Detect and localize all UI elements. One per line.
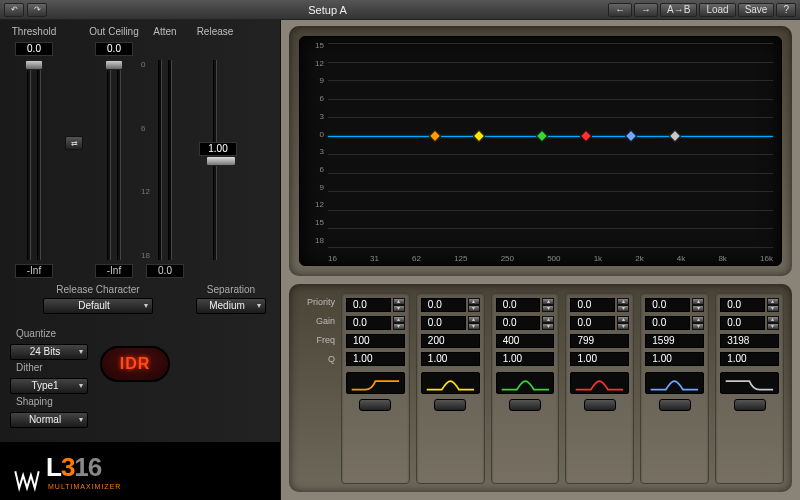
- band-6-freq[interactable]: 3198: [720, 334, 779, 348]
- band-6-q[interactable]: 1.00: [720, 352, 779, 366]
- band-1-priority-down[interactable]: ▾: [393, 305, 405, 312]
- band-2-priority-down[interactable]: ▾: [468, 305, 480, 312]
- help-button[interactable]: ?: [776, 3, 796, 17]
- band-1-priority-up[interactable]: ▴: [393, 298, 405, 305]
- release-value[interactable]: 1.00: [199, 142, 237, 156]
- band-2-node[interactable]: [473, 129, 486, 142]
- shaping-dropdown[interactable]: Normal: [10, 412, 88, 428]
- redo-icon[interactable]: ↷: [27, 3, 47, 17]
- band-6-solo-button[interactable]: [734, 399, 766, 411]
- band-5-shape-button[interactable]: [645, 372, 704, 394]
- band-1-gain-down[interactable]: ▾: [393, 323, 405, 330]
- threshold-value[interactable]: 0.0: [15, 42, 53, 56]
- band-1-q[interactable]: 1.00: [346, 352, 405, 366]
- band-4-gain[interactable]: 0.0: [570, 316, 615, 330]
- atten-value: 0.0: [146, 264, 184, 278]
- preset-name[interactable]: Setup A: [51, 4, 604, 16]
- band-4-freq[interactable]: 799: [570, 334, 629, 348]
- band-2-freq[interactable]: 200: [421, 334, 480, 348]
- band-1-node[interactable]: [428, 129, 441, 142]
- band-5-priority[interactable]: 0.0: [645, 298, 690, 312]
- band-4-node[interactable]: [580, 129, 593, 142]
- band-2-q[interactable]: 1.00: [421, 352, 480, 366]
- outceiling-meter: -Inf: [95, 264, 133, 278]
- band-6-priority[interactable]: 0.0: [720, 298, 765, 312]
- band-4-q[interactable]: 1.00: [570, 352, 629, 366]
- band-5-gain-up[interactable]: ▴: [692, 316, 704, 323]
- band-3-freq[interactable]: 400: [496, 334, 555, 348]
- threshold-slider[interactable]: [25, 60, 43, 70]
- next-preset-button[interactable]: →: [634, 3, 658, 17]
- band-1-freq[interactable]: 100: [346, 334, 405, 348]
- band-6-gain-up[interactable]: ▴: [767, 316, 779, 323]
- band-5-gain-down[interactable]: ▾: [692, 323, 704, 330]
- gain-row-label: Gain: [297, 313, 335, 329]
- band-2-gain[interactable]: 0.0: [421, 316, 466, 330]
- copy-ab-button[interactable]: A→B: [660, 3, 697, 17]
- dither-dropdown[interactable]: Type1: [10, 378, 88, 394]
- link-button[interactable]: ⇄: [65, 136, 83, 150]
- freq-row-label: Freq: [297, 332, 335, 348]
- band-2: 0.0▴▾0.0▴▾2001.00: [416, 292, 485, 484]
- band-6-priority-up[interactable]: ▴: [767, 298, 779, 305]
- band-5-priority-down[interactable]: ▾: [692, 305, 704, 312]
- band-1-gain[interactable]: 0.0: [346, 316, 391, 330]
- band-3-shape-button[interactable]: [496, 372, 555, 394]
- band-1-gain-up[interactable]: ▴: [393, 316, 405, 323]
- release-character-dropdown[interactable]: Default: [43, 298, 153, 314]
- band-1-priority[interactable]: 0.0: [346, 298, 391, 312]
- band-3-gain-up[interactable]: ▴: [542, 316, 554, 323]
- band-4-priority[interactable]: 0.0: [570, 298, 615, 312]
- eq-graph[interactable]: 15129630369121518 1631621252505001k2k4k8…: [299, 36, 782, 266]
- quantize-dropdown[interactable]: 24 Bits: [10, 344, 88, 360]
- release-slider[interactable]: [206, 156, 236, 166]
- band-2-solo-button[interactable]: [434, 399, 466, 411]
- band-3-priority[interactable]: 0.0: [496, 298, 541, 312]
- band-1-solo-button[interactable]: [359, 399, 391, 411]
- band-6-node[interactable]: [669, 129, 682, 142]
- band-3-priority-up[interactable]: ▴: [542, 298, 554, 305]
- band-6-gain[interactable]: 0.0: [720, 316, 765, 330]
- band-5-freq[interactable]: 1599: [645, 334, 704, 348]
- band-5-node[interactable]: [624, 129, 637, 142]
- band-3-q[interactable]: 1.00: [496, 352, 555, 366]
- band-5-q[interactable]: 1.00: [645, 352, 704, 366]
- band-6-gain-down[interactable]: ▾: [767, 323, 779, 330]
- band-2-shape-button[interactable]: [421, 372, 480, 394]
- band-4-priority-up[interactable]: ▴: [617, 298, 629, 305]
- band-3-solo-button[interactable]: [509, 399, 541, 411]
- undo-icon[interactable]: ↶: [4, 3, 24, 17]
- idr-button[interactable]: IDR: [100, 346, 170, 382]
- band-2-gain-up[interactable]: ▴: [468, 316, 480, 323]
- band-3-gain-down[interactable]: ▾: [542, 323, 554, 330]
- band-3-priority-down[interactable]: ▾: [542, 305, 554, 312]
- load-button[interactable]: Load: [699, 3, 735, 17]
- graph-area[interactable]: [328, 43, 773, 247]
- band-3-node[interactable]: [535, 129, 548, 142]
- band-5-gain[interactable]: 0.0: [645, 316, 690, 330]
- band-5-priority-up[interactable]: ▴: [692, 298, 704, 305]
- band-3-gain[interactable]: 0.0: [496, 316, 541, 330]
- atten-ticks: 0 6 12 18: [141, 60, 155, 260]
- save-button[interactable]: Save: [738, 3, 775, 17]
- band-2-priority[interactable]: 0.0: [421, 298, 466, 312]
- band-4-gain-down[interactable]: ▾: [617, 323, 629, 330]
- link-group: ⇄: [62, 26, 86, 278]
- band-4-solo-button[interactable]: [584, 399, 616, 411]
- band-6-shape-button[interactable]: [720, 372, 779, 394]
- separation-dropdown[interactable]: Medium: [196, 298, 266, 314]
- band-4-priority-down[interactable]: ▾: [617, 305, 629, 312]
- top-toolbar: ↶ ↷ Setup A ← → A→B Load Save ?: [0, 0, 800, 20]
- band-1-shape-button[interactable]: [346, 372, 405, 394]
- product-name: L316: [46, 452, 121, 483]
- band-5-solo-button[interactable]: [659, 399, 691, 411]
- band-2-gain-down[interactable]: ▾: [468, 323, 480, 330]
- band-2-priority-up[interactable]: ▴: [468, 298, 480, 305]
- band-6-priority-down[interactable]: ▾: [767, 305, 779, 312]
- outceiling-slider[interactable]: [105, 60, 123, 70]
- logo: L316 MULTIMAXIMIZER: [0, 442, 280, 500]
- outceiling-value[interactable]: 0.0: [95, 42, 133, 56]
- prev-preset-button[interactable]: ←: [608, 3, 632, 17]
- band-4-gain-up[interactable]: ▴: [617, 316, 629, 323]
- band-4-shape-button[interactable]: [570, 372, 629, 394]
